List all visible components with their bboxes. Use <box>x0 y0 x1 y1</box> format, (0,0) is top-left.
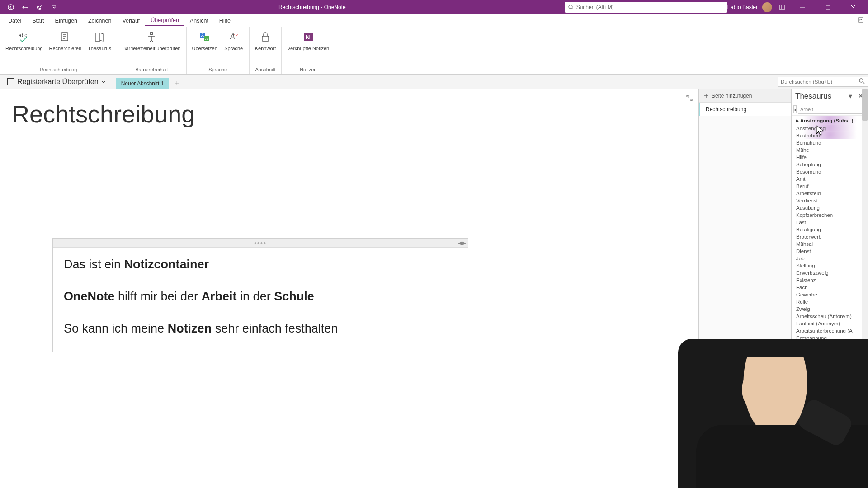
svg-point-0 <box>8 5 14 10</box>
svg-text:N: N <box>306 34 310 41</box>
thesaurus-result-item[interactable]: Betätigung <box>792 226 868 233</box>
panel-options-icon[interactable]: ▾ <box>846 92 854 100</box>
thesaurus-result-item[interactable]: Gewerbe <box>792 291 868 298</box>
tab-ueberpruefen[interactable]: Überprüfen <box>145 15 184 26</box>
tab-datei[interactable]: Datei <box>3 16 27 26</box>
svg-rect-5 <box>779 5 785 9</box>
language-icon: A字 <box>226 30 241 44</box>
thesaurus-search-input[interactable] <box>798 105 865 114</box>
page-search[interactable]: Durchsuchen (Strg+E) <box>778 77 868 87</box>
thesaurus-result-item[interactable]: Kopfzerbrechen <box>792 211 868 219</box>
svg-point-10 <box>150 32 153 35</box>
thesaurus-result-item[interactable]: Mühe <box>792 146 868 154</box>
translate-button[interactable]: 文AÜbersetzen <box>189 29 220 52</box>
fullscreen-icon[interactable] <box>686 94 693 103</box>
ribbon-collapse-button[interactable] <box>854 15 868 26</box>
note-nav: ◂ ▸ <box>458 239 466 247</box>
thesaurus-heading[interactable]: ▸ Anstrengung (Subst.) <box>792 116 868 125</box>
grip-icon: •••• <box>254 239 267 247</box>
thesaurus-result-item[interactable]: Arbeitsfeld <box>792 190 868 197</box>
thesaurus-result-item[interactable]: Amt <box>792 175 868 183</box>
research-button[interactable]: Recherchieren <box>47 29 85 52</box>
notes-window-icon[interactable] <box>777 2 788 13</box>
thesaurus-result-item[interactable]: Dienst <box>792 248 868 255</box>
nav-back-icon[interactable] <box>5 2 16 13</box>
ribbon-group-rechtschreibung: abcRechtschreibung Recherchieren Thesaur… <box>0 27 117 74</box>
tab-einfuegen[interactable]: Einfügen <box>50 16 83 26</box>
thesaurus-result-item[interactable]: Faulheit (Antonym) <box>792 320 868 327</box>
note-container-header[interactable]: •••• ◂ ▸ <box>53 239 468 248</box>
thesaurus-result-item[interactable]: Existenz <box>792 277 868 284</box>
minimize-button[interactable] <box>792 0 813 14</box>
user-avatar[interactable] <box>762 2 772 12</box>
add-page-button[interactable]: Seite hinzufügen <box>699 89 791 103</box>
svg-point-2 <box>38 6 39 7</box>
onenote-icon: N <box>301 30 316 44</box>
section-tab[interactable]: Neuer Abschnitt 1 <box>116 78 170 89</box>
thesaurus-result-item[interactable]: Rolle <box>792 298 868 305</box>
thesaurus-title: Thesaurus <box>795 92 844 101</box>
tab-verlauf[interactable]: Verlauf <box>117 16 145 26</box>
research-icon <box>58 30 72 44</box>
thesaurus-result-item[interactable]: Bemühung <box>792 139 868 146</box>
undo-icon[interactable] <box>20 2 31 13</box>
svg-text:文: 文 <box>201 33 204 37</box>
page-canvas[interactable]: Rechtschreibung •••• ◂ ▸ Das ist ein Not… <box>0 89 698 488</box>
plus-icon <box>703 93 709 99</box>
notebook-selector[interactable]: Registerkarte Überprüfen <box>4 77 109 87</box>
tab-start[interactable]: Start <box>27 16 49 26</box>
spellcheck-button[interactable]: abcRechtschreibung <box>3 29 46 52</box>
note-prev-icon[interactable]: ◂ <box>458 239 462 247</box>
thesaurus-result-item[interactable]: Schöpfung <box>792 161 868 168</box>
global-search[interactable]: Suchen (Alt+M) <box>565 2 727 13</box>
close-button[interactable] <box>843 0 863 14</box>
linked-notes-button[interactable]: NVerknüpfte Notizen <box>284 29 332 52</box>
maximize-button[interactable] <box>817 0 838 14</box>
add-section-button[interactable]: + <box>172 78 182 88</box>
thesaurus-result-item[interactable]: Last <box>792 219 868 226</box>
tab-hilfe[interactable]: Hilfe <box>214 16 236 26</box>
thesaurus-button[interactable]: Thesaurus <box>85 29 114 52</box>
thesaurus-result-item[interactable]: Beruf <box>792 183 868 190</box>
language-button[interactable]: A字Sprache <box>221 29 246 52</box>
thesaurus-result-item[interactable]: Arbeitsscheu (Antonym) <box>792 313 868 320</box>
scrollbar-thumb[interactable] <box>862 116 868 121</box>
search-placeholder: Suchen (Alt+M) <box>576 4 614 10</box>
thesaurus-back-button[interactable]: ◂ <box>793 105 797 113</box>
tab-ansicht[interactable]: Ansicht <box>184 16 214 26</box>
thesaurus-icon <box>92 30 107 44</box>
accessibility-button[interactable]: Barrierefreiheit überprüfen <box>120 29 183 52</box>
notebook-icon <box>7 78 14 85</box>
note-body[interactable]: Das ist ein Notizcontainer OneNote hilft… <box>53 248 468 352</box>
spellcheck-icon: abc <box>17 30 31 44</box>
thesaurus-result-item[interactable]: Anstrengung <box>792 125 868 132</box>
tab-zeichnen[interactable]: Zeichnen <box>83 16 117 26</box>
touch-mode-icon[interactable] <box>34 2 45 13</box>
qat-customize-icon[interactable] <box>49 2 60 13</box>
thesaurus-result-item[interactable]: Job <box>792 255 868 262</box>
ribbon-tabs: Datei Start Einfügen Zeichnen Verlauf Üb… <box>0 14 868 27</box>
ribbon: abcRechtschreibung Recherchieren Thesaur… <box>0 27 868 75</box>
main-area: Rechtschreibung •••• ◂ ▸ Das ist ein Not… <box>0 89 868 488</box>
note-container[interactable]: •••• ◂ ▸ Das ist ein Notizcontainer OneN… <box>52 238 468 352</box>
thesaurus-result-item[interactable]: Verdienst <box>792 197 868 204</box>
note-next-icon[interactable]: ▸ <box>462 239 466 247</box>
svg-point-4 <box>569 5 572 9</box>
thesaurus-result-item[interactable]: Bestreben <box>792 132 868 139</box>
thesaurus-result-item[interactable]: Zweig <box>792 305 868 313</box>
password-button[interactable]: Kennwort <box>252 29 278 52</box>
thesaurus-result-item[interactable]: Broterwerb <box>792 233 868 240</box>
thesaurus-result-item[interactable]: Fach <box>792 284 868 291</box>
thesaurus-result-item[interactable]: Erwerbszweig <box>792 269 868 277</box>
thesaurus-result-item[interactable]: Besorgung <box>792 168 868 175</box>
svg-point-20 <box>859 79 863 82</box>
page-title[interactable]: Rechtschreibung <box>0 89 698 131</box>
thesaurus-result-item[interactable]: Stellung <box>792 262 868 269</box>
ribbon-group-abschnitt: Kennwort Abschnitt <box>250 27 282 74</box>
thesaurus-result-item[interactable]: Ausübung <box>792 204 868 211</box>
thesaurus-result-item[interactable]: Arbeitsunterbrechung (A <box>792 327 868 334</box>
thesaurus-result-item[interactable]: Hilfe <box>792 154 868 161</box>
thesaurus-result-item[interactable]: Mühsal <box>792 240 868 248</box>
page-list-item[interactable]: Rechtschreibung <box>699 103 791 116</box>
webcam-overlay <box>678 339 868 488</box>
